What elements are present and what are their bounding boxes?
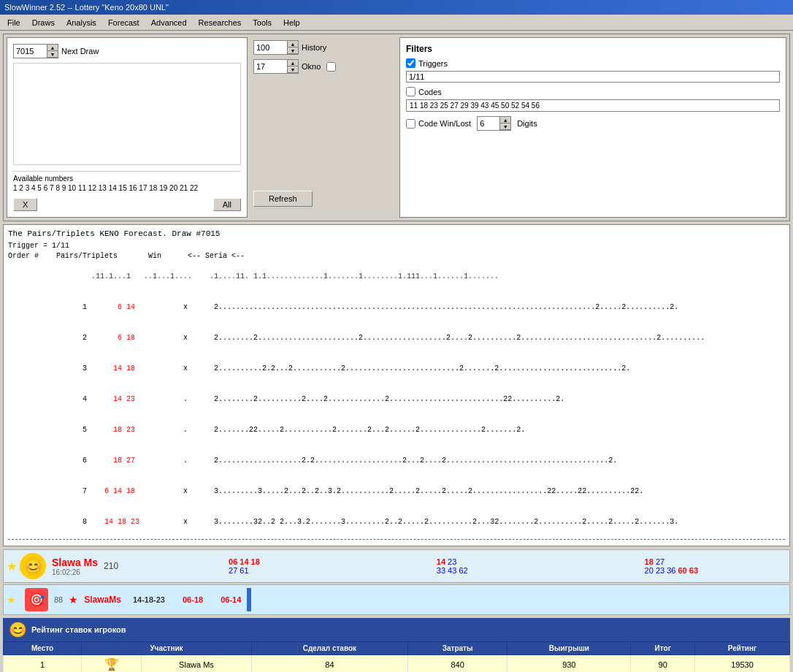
player-num2-2: 06-18 (183, 595, 203, 604)
digits-input[interactable]: 6 (478, 118, 499, 129)
history-label: History (302, 43, 326, 52)
col-wins: Выигрыши (507, 642, 631, 655)
okno-spinbox[interactable]: 17 ▲ ▼ (253, 59, 299, 74)
row-1: 1 6 14 x 2..............................… (8, 292, 785, 323)
row-5: 5 18 23 . 2.......22.....2...........2..… (8, 415, 785, 446)
menu-researches[interactable]: Researches (194, 17, 246, 28)
rating-tbody: 1 🏆 Slawa Ms 84 840 930 90 19530 2 👤 And… (4, 655, 790, 673)
player-num-2b: 33 43 62 (437, 566, 468, 575)
digits-label: Digits (517, 119, 537, 128)
bets-1: 84 (251, 655, 407, 673)
row-6: 6 18 27 . 2...................2.2.......… (8, 446, 785, 476)
name-1: Slawa Ms (142, 655, 252, 673)
history-up[interactable]: ▲ (288, 41, 298, 47)
menu-draws[interactable]: Draws (28, 17, 59, 28)
draw-number-input[interactable]: 7015 (14, 46, 47, 56)
rating-table: Место Участник Сделал ставок Затраты Выи… (3, 641, 790, 672)
col-place: Место (4, 642, 82, 655)
filters-panel: Filters Triggers 1/11 Codes 11 18 23 25 … (399, 37, 786, 218)
codewinlost-checkbox[interactable] (406, 119, 415, 129)
menu-forecast[interactable]: Forecast (104, 17, 144, 28)
history-spinbox[interactable]: 100 ▲ ▼ (253, 40, 299, 55)
digits-down[interactable]: ▼ (500, 123, 510, 130)
history-input[interactable]: 100 (254, 42, 287, 53)
col-bets: Сделал ставок (251, 642, 407, 655)
total-1: 90 (631, 655, 694, 673)
player-score-2: 88 (54, 595, 63, 604)
rating-icon: 😊 (9, 621, 27, 638)
player-num-1b: 27 61 (229, 566, 260, 575)
place-1: 1 (4, 655, 82, 673)
player-card-2: ★ 🎯 88 ★ SlawaMs 14-18-23 06-18 06-14 (3, 584, 790, 615)
wins-1: 930 (507, 655, 631, 673)
player-num3-2: 06-14 (221, 595, 241, 604)
draw-number-up[interactable]: ▲ (47, 45, 58, 51)
okno-label: Okno (302, 62, 321, 71)
forecast-area: The Pairs/Triplets KENO Forecast. Draw #… (3, 224, 790, 546)
okno-down[interactable]: ▼ (288, 66, 298, 73)
title-bar: SlowWinner 2.52 -- Lottery "Keno 20x80 U… (0, 0, 793, 15)
player-nums-col2: 14 23 33 43 62 (437, 557, 468, 575)
row-8: 8 14 18 23 x 3........32..2 2...3.2.....… (8, 507, 785, 538)
refresh-button[interactable]: Refresh (253, 191, 313, 207)
player-name-1: Slawa Ms (52, 557, 98, 568)
x-button[interactable]: X (13, 198, 37, 211)
player-section-1: ★ 😊 Slawa Ms 16:02:26 210 06 14 18 27 61… (3, 549, 790, 615)
star-red-icon: ★ (69, 594, 78, 606)
okno-up[interactable]: ▲ (288, 60, 298, 66)
triggers-label: Triggers (418, 59, 448, 68)
menu-analysis[interactable]: Analysis (62, 17, 101, 28)
rating-header-row: Место Участник Сделал ставок Затраты Выи… (4, 642, 790, 655)
draw-number-down[interactable]: ▼ (47, 51, 58, 58)
player-score-1: 210 (104, 561, 118, 571)
digits-up[interactable]: ▲ (500, 117, 510, 123)
forecast-title: The Pairs/Triplets KENO Forecast. Draw #… (8, 229, 785, 238)
player-num-2a: 14 23 (437, 557, 468, 566)
draw-canvas (13, 63, 241, 165)
main-content: 7015 ▲ ▼ Next Draw Available numbers 1 2… (0, 31, 793, 672)
menu-help[interactable]: Help (279, 17, 304, 28)
player-nums-col3: 18 27 20 23 36 60 63 (645, 557, 698, 575)
player-name-2: SlawaMs (84, 595, 121, 605)
all-button[interactable]: All (213, 198, 241, 211)
rating-header: 😊 Рейтинг ставок игроков (3, 618, 790, 641)
left-panel: 7015 ▲ ▼ Next Draw Available numbers 1 2… (7, 37, 248, 218)
menu-advanced[interactable]: Advanced (147, 17, 191, 28)
rating-title: Рейтинг ставок игроков (31, 625, 126, 634)
codes-checkbox[interactable] (406, 87, 415, 96)
available-label: Available numbers (13, 175, 241, 183)
rating-section: 😊 Рейтинг ставок игроков Место Участник … (3, 618, 790, 672)
star-icon-2: ★ (7, 594, 16, 606)
col-total: Итог (631, 642, 694, 655)
row-2: 2 6 18 x 2........2.....................… (8, 323, 785, 354)
draw-label: Next Draw (61, 47, 99, 56)
row-3: 3 14 18 x 2..........2.2...2...........2… (8, 354, 785, 384)
star-icon-1: ★ (7, 560, 17, 573)
triggers-row: Triggers (406, 58, 780, 68)
okno-checkbox[interactable] (326, 62, 336, 72)
rating-1: 19530 (694, 655, 789, 673)
divider-1 (8, 539, 785, 540)
avatar-1: 😊 (20, 553, 46, 579)
triggers-checkbox[interactable] (406, 58, 415, 68)
menu-tools[interactable]: Tools (248, 17, 276, 28)
triggers-input[interactable]: 1/11 (406, 71, 780, 83)
available-section: Available numbers 1 2 3 4 5 6 7 8 9 10 1… (13, 171, 241, 192)
digits-spinbox[interactable]: 6 ▲ ▼ (477, 116, 511, 131)
okno-spin-buttons: ▲ ▼ (287, 60, 298, 73)
mid-panel: 100 ▲ ▼ History 17 ▲ ▼ Okno (250, 37, 396, 218)
header-line: Order # Pairs/Triplets Win <-- Seria <-- (8, 251, 785, 261)
player-nums-col1: 06 14 18 27 61 (229, 557, 260, 575)
okno-input[interactable]: 17 (254, 61, 287, 72)
col-participant: Участник (82, 642, 252, 655)
codes-display: 11 18 23 25 27 29 39 43 45 50 52 54 56 (406, 99, 780, 112)
player-num-3a: 18 27 (645, 557, 698, 566)
codewinlost-label: Code Win/Lost (418, 119, 471, 128)
draw-number-spin-buttons: ▲ ▼ (47, 45, 58, 58)
col-rating: Рейтинг (694, 642, 789, 655)
filters-title: Filters (406, 44, 780, 54)
player-time-1: 16:02:26 (52, 568, 98, 576)
history-down[interactable]: ▼ (288, 47, 298, 54)
draw-number-spinbox[interactable]: 7015 ▲ ▼ (13, 44, 58, 58)
menu-file[interactable]: File (3, 17, 25, 28)
